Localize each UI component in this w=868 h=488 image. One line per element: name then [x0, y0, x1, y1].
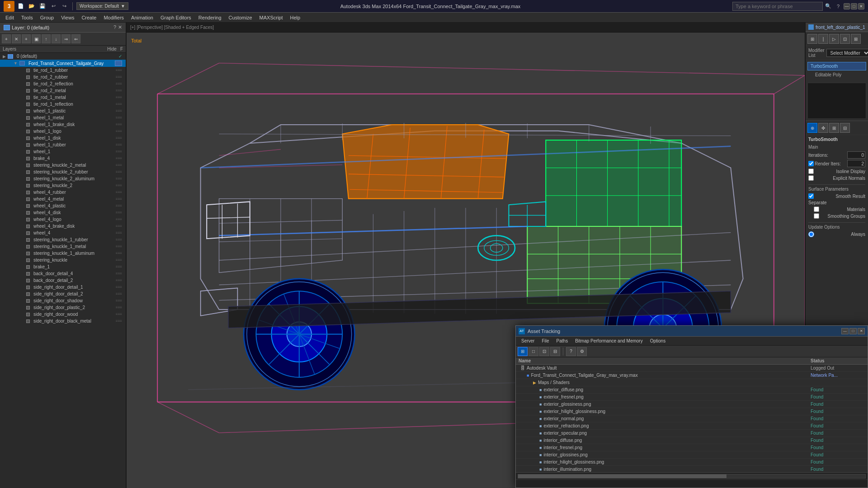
- layer-item-side_right_door_wood[interactable]: side_right_door_wood≡≡≡: [0, 311, 126, 318]
- layer-item-steering_knuckle_1_aluminum[interactable]: steering_knuckle_1_aluminum≡≡≡: [0, 250, 126, 257]
- workspace-selector[interactable]: Workspace: Default ▼: [76, 2, 128, 10]
- layer-item-steering_knuckle_2_aluminum[interactable]: steering_knuckle_2_aluminum≡≡≡: [0, 175, 126, 182]
- at-row-11[interactable]: ■ interior_fresnel.png Found: [516, 444, 868, 451]
- layer-item-wheel_4[interactable]: wheel_4≡≡≡: [0, 230, 126, 236]
- menu-item-create[interactable]: Create: [78, 14, 100, 21]
- menu-item-help[interactable]: Help: [287, 14, 304, 21]
- at-row-13[interactable]: ■ interior_hilight_glossiness.png Found: [516, 459, 868, 466]
- layer-item-wheel_1_disk[interactable]: wheel_1_disk≡≡≡: [0, 135, 126, 141]
- layer-delete-btn[interactable]: ✕: [12, 34, 21, 43]
- at-tool-5[interactable]: ?: [566, 347, 576, 356]
- at-row-10[interactable]: ■ interior_diffuse.png Found: [516, 437, 868, 444]
- menu-item-views[interactable]: Views: [57, 14, 78, 21]
- iterations-input[interactable]: [847, 151, 865, 159]
- modifier-turbosmoothitem[interactable]: TurboSmooth: [807, 62, 866, 70]
- layer-item-wheel_4_brake_disk[interactable]: wheel_4_brake_disk≡≡≡: [0, 223, 126, 230]
- menu-item-group[interactable]: Group: [37, 14, 58, 21]
- layer-item-wheel_1_logo[interactable]: wheel_1_logo≡≡≡: [0, 128, 126, 135]
- at-tool-6[interactable]: ⚙: [577, 347, 587, 356]
- layer-close-btn[interactable]: ✕: [118, 24, 122, 30]
- at-scrollbar[interactable]: [518, 474, 866, 479]
- layer-item-wheel_1_plastic[interactable]: wheel_1_plastic≡≡≡: [0, 108, 126, 114]
- layer-item-wheel_4_disk[interactable]: wheel_4_disk≡≡≡: [0, 209, 126, 216]
- menu-item-animation[interactable]: Animation: [127, 14, 157, 21]
- at-row-8[interactable]: ■ exterior_refraction.png Found: [516, 422, 868, 430]
- at-row-7[interactable]: ■ exterior_normal.png Found: [516, 415, 868, 422]
- layer-item-wheel_1_metal[interactable]: wheel_1_metal≡≡≡: [0, 114, 126, 121]
- at-maximize-btn[interactable]: □: [849, 328, 857, 334]
- undo-btn[interactable]: ↩: [49, 2, 58, 11]
- nav-zoomall-btn[interactable]: ⊟: [840, 123, 850, 133]
- at-menu-bitmap-performance-and-memory[interactable]: Bitmap Performance and Memory: [571, 338, 646, 344]
- layer-item-tie_rod_2_rubber[interactable]: tie_rod_2_rubber≡≡≡: [0, 74, 126, 80]
- at-row-6[interactable]: ■ exterior_hilight_glossiness.png Found: [516, 408, 868, 415]
- layer-item-wheel_4_logo[interactable]: wheel_4_logo≡≡≡: [0, 216, 126, 223]
- modifier-editable-poly[interactable]: Editable Poly: [807, 70, 866, 79]
- layer-item-brake_1[interactable]: brake_1≡≡≡: [0, 263, 126, 270]
- render-iters-checkbox[interactable]: [808, 161, 814, 166]
- layer-item-side_right_door_plastic_2[interactable]: side_right_door_plastic_2≡≡≡: [0, 304, 126, 311]
- layer-help-btn[interactable]: ?: [113, 24, 116, 30]
- at-row-5[interactable]: ■ exterior_glossiness.png Found: [516, 401, 868, 408]
- search-icon[interactable]: 🔍: [824, 2, 833, 11]
- layer-merge-btn[interactable]: ⇒: [61, 34, 71, 43]
- layer-item-steering_knuckle_2_metal[interactable]: steering_knuckle_2_metal≡≡≡: [0, 162, 126, 169]
- at-tool-4[interactable]: ⊟: [550, 347, 560, 356]
- render-iters-input[interactable]: [847, 160, 865, 167]
- menu-item-edit[interactable]: Edit: [2, 14, 18, 21]
- explicit-checkbox[interactable]: [808, 175, 814, 181]
- nav-pan-btn[interactable]: ✜: [818, 123, 828, 133]
- layer-item-wheel_1[interactable]: wheel_1≡≡≡: [0, 148, 126, 155]
- layer-down-btn[interactable]: ↓: [52, 34, 61, 43]
- layer-item-back_door_detail_4[interactable]: back_door_detail_4≡≡≡: [0, 270, 126, 277]
- modifier-dropdown[interactable]: Select Modifier: [826, 49, 868, 57]
- layer-transfer-btn[interactable]: ⇐: [71, 34, 80, 43]
- menu-item-graph-editors[interactable]: Graph Editors: [157, 14, 195, 21]
- layer-item-back_door_detail_2[interactable]: back_door_detail_2≡≡≡: [0, 277, 126, 284]
- layer-add-sel-btn[interactable]: +: [22, 34, 31, 43]
- menu-item-rendering[interactable]: Rendering: [195, 14, 225, 21]
- layer-select-btn[interactable]: ▣: [32, 34, 41, 43]
- layer-item-tie_rod_2_reflection[interactable]: tie_rod_2_reflection≡≡≡: [0, 80, 126, 87]
- smoothing-checkbox[interactable]: [814, 213, 819, 219]
- at-row-3[interactable]: ■ exterior_diffuse.png Found: [516, 386, 868, 394]
- layer-item-side_right_door_black_metal[interactable]: side_right_door_black_metal≡≡≡: [0, 318, 126, 324]
- layer-item-steering_knuckle_1_rubber[interactable]: steering_knuckle_1_rubber≡≡≡: [0, 236, 126, 243]
- nav-btn-5[interactable]: ⊞: [851, 34, 861, 44]
- layer-item-steering_knuckle_2[interactable]: steering_knuckle_2≡≡≡: [0, 182, 126, 189]
- close-btn[interactable]: ✕: [858, 3, 864, 9]
- nav-orbit-btn[interactable]: ⊕: [807, 123, 817, 133]
- open-btn[interactable]: 📂: [27, 2, 36, 11]
- menu-item-modifiers[interactable]: Modifiers: [100, 14, 127, 21]
- materials-checkbox[interactable]: [814, 206, 819, 212]
- new-btn[interactable]: 📄: [16, 2, 25, 11]
- layer-item-side_right_door_shadow[interactable]: side_right_door_shadow≡≡≡: [0, 297, 126, 304]
- layer-item-tie_rod_1_metal[interactable]: tie_rod_1_metal≡≡≡: [0, 94, 126, 101]
- menu-item-maxscript[interactable]: MAXScript: [256, 14, 287, 21]
- search-input[interactable]: [732, 2, 823, 11]
- save-btn[interactable]: 💾: [38, 2, 47, 11]
- at-row-9[interactable]: ■ exterior_specular.png Found: [516, 430, 868, 437]
- hide-btn[interactable]: Hide: [107, 47, 117, 52]
- nav-btn-4[interactable]: ⊡: [840, 34, 850, 44]
- layer-item-layer0[interactable]: ▶ 0 (default)✓: [0, 53, 126, 60]
- layer-item-tie_rod_2_metal[interactable]: tie_rod_2_metal≡≡≡: [0, 87, 126, 94]
- nav-btn-2[interactable]: |: [818, 34, 828, 44]
- layer-item-side_right_door_detail_1[interactable]: side_right_door_detail_1≡≡≡: [0, 284, 126, 291]
- layer-item-wheel_4_rubber[interactable]: wheel_4_rubber≡≡≡: [0, 189, 126, 196]
- at-menu-server[interactable]: Server: [518, 338, 538, 344]
- at-row-14[interactable]: ■ interior_illumination.png Found: [516, 466, 868, 472]
- isoline-checkbox[interactable]: [808, 169, 814, 174]
- at-tool-1[interactable]: ⊞: [518, 347, 528, 356]
- layer-item-layer1[interactable]: ▼ Ford_Transit_Connect_Tailgate_Gray: [0, 60, 126, 67]
- at-menu-options[interactable]: Options: [646, 338, 669, 344]
- at-row-4[interactable]: ■ exterior_fresnel.png Found: [516, 394, 868, 401]
- minimize-btn[interactable]: —: [844, 3, 850, 9]
- at-row-12[interactable]: ■ interior_glossines.png Found: [516, 451, 868, 459]
- layer-item-side_right_door_detail_2[interactable]: side_right_door_detail_2≡≡≡: [0, 291, 126, 297]
- layer-item-steering_knuckle[interactable]: steering_knuckle≡≡≡: [0, 257, 126, 263]
- at-row-2[interactable]: ▶ Maps / Shaders: [516, 379, 868, 386]
- at-minimize-btn[interactable]: —: [841, 328, 849, 334]
- layer-item-wheel_4_plastic[interactable]: wheel_4_plastic≡≡≡: [0, 202, 126, 209]
- smooth-result-checkbox[interactable]: [808, 193, 814, 199]
